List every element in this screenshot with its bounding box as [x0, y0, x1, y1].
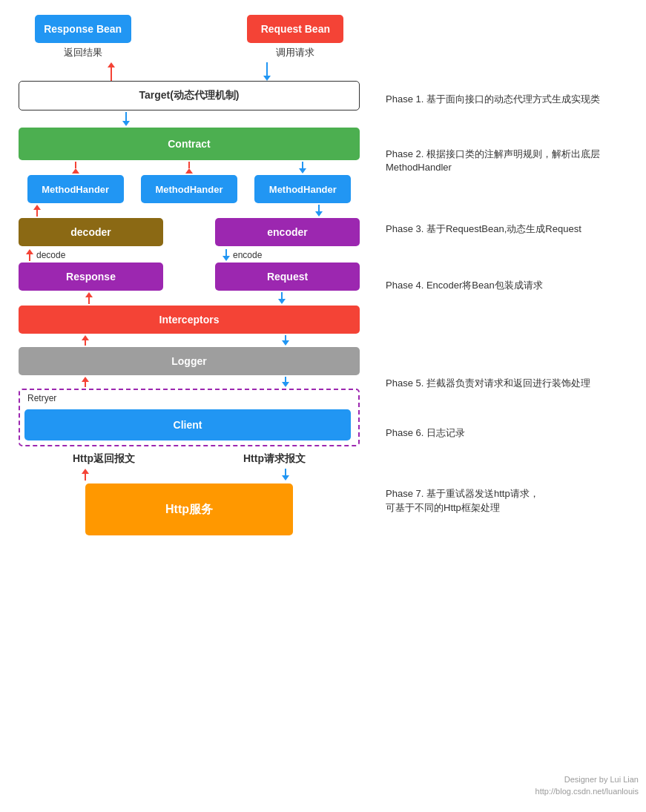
http-labels-row: Http返回报文 Http请求报文 [19, 452, 360, 466]
decoder-label: decoder [70, 226, 111, 238]
decode-area: decode [19, 249, 163, 261]
response-label: Response [66, 271, 116, 283]
http-request-text: Http请求报文 [243, 452, 306, 464]
diagram-area: Response Bean Request Bean 返回结果 调用请求 [7, 15, 371, 535]
left-arrow-up [108, 62, 115, 81]
arrows-to-logger [19, 335, 360, 346]
arrows-to-client [19, 377, 360, 387]
method-handler-1-label: MethodHander [42, 184, 109, 195]
phase-2-text: Phase 2. 根据接口类的注解声明规则，解析出底层 MethodHandle… [386, 148, 600, 173]
response-box: Response [19, 263, 163, 291]
http-return-text: Http返回报文 [73, 452, 135, 464]
encode-area: encode [215, 249, 360, 261]
right-arrow-down [263, 62, 271, 81]
contract-label: Contract [168, 138, 211, 150]
logger-box: Logger [19, 347, 360, 375]
arr3 [299, 162, 306, 174]
arrows-to-http [19, 469, 360, 481]
diagram-column: Response Bean Request Bean 返回结果 调用请求 [7, 15, 371, 535]
phase-6: Phase 6. 日志记录 [386, 426, 639, 440]
arr-logger-left [82, 335, 89, 346]
decode-encode-row: decode encode [19, 249, 360, 261]
arr-client-left [82, 377, 89, 387]
method-handlers-row: MethodHander MethodHander MethodHander [19, 175, 360, 203]
watermark-area: Designer by Lui Lian http://blog.csdn.ne… [535, 774, 639, 797]
method-handler-2: MethodHander [141, 175, 237, 203]
phase-4: Phase 4. Encoder将Bean包装成请求 [386, 279, 639, 292]
request-bean-box: Request Bean [247, 15, 343, 43]
phase-6-text: Phase 6. 日志记录 [386, 427, 465, 438]
arr1 [72, 162, 79, 174]
arr-logger-right [282, 335, 289, 346]
phase-1-text: Phase 1. 基于面向接口的动态代理方式生成实现类 [386, 93, 600, 105]
arr-interceptors-right [278, 292, 286, 304]
phase-3-text: Phase 3. 基于RequestBean,动态生成Request [386, 223, 581, 234]
phase-4-text: Phase 4. Encoder将Bean包装成请求 [386, 280, 543, 291]
arr-http-right [282, 469, 289, 481]
interceptors-box: Interceptors [19, 306, 360, 334]
encoder-label: encoder [267, 226, 307, 238]
phase-5-text: Phase 5. 拦截器负责对请求和返回进行装饰处理 [386, 377, 590, 389]
arr-interceptors-left [85, 292, 93, 304]
call-label: 调用请求 [247, 46, 343, 59]
decoder-box: decoder [19, 218, 163, 246]
decode-label: decode [36, 250, 65, 260]
beans-row: Response Bean Request Bean [11, 15, 367, 43]
http-service-label: Http服务 [165, 502, 213, 518]
arr-right-down [315, 205, 323, 217]
http-service-box: Http服务 [85, 483, 293, 535]
arrow-beans-target [11, 62, 367, 81]
arrows-to-interceptors [19, 292, 360, 304]
method-handler-2-label: MethodHander [155, 184, 223, 195]
arrow-down-blue [122, 112, 130, 126]
phase-1: Phase 1. 基于面向接口的动态代理方式生成实现类 [386, 93, 639, 106]
request-label: Request [267, 271, 308, 283]
target-label: Target(动态代理机制) [139, 89, 239, 102]
arr-left-up [33, 205, 41, 217]
response-bean-label: Response Bean [44, 23, 122, 35]
phase-3: Phase 3. 基于RequestBean,动态生成Request [386, 222, 639, 236]
watermark-line2: http://blog.csdn.net/luanlouis [535, 786, 639, 797]
logger-label: Logger [171, 355, 206, 367]
arrows-methods-coders [19, 205, 360, 217]
retryer-container: Retryer Client [19, 389, 360, 446]
bean-labels-row: 返回结果 调用请求 [11, 46, 367, 59]
interceptors-label: Interceptors [159, 314, 220, 326]
client-box: Client [24, 409, 351, 440]
request-box: Request [215, 263, 360, 291]
response-bean-box: Response Bean [35, 15, 131, 43]
request-bean-label: Request Bean [261, 23, 330, 35]
encode-arrow [223, 249, 230, 261]
phases-column: Phase 1. 基于面向接口的动态代理方式生成实现类 Phase 2. 根据接… [371, 15, 639, 535]
method-handler-3: MethodHander [254, 175, 351, 203]
retryer-label-text: Retryer [27, 393, 56, 403]
contract-box: Contract [19, 128, 360, 160]
phase-7: Phase 7. 基于重试器发送http请求， 可基于不同的Http框架处理 [386, 487, 639, 514]
response-request-row: Response Request [19, 263, 360, 291]
method-handler-1: MethodHander [27, 175, 124, 203]
method-handler-3-label: MethodHander [269, 184, 337, 195]
phase-2: Phase 2. 根据接口类的注解声明规则，解析出底层 MethodHandle… [386, 148, 639, 174]
arr-http-left [82, 469, 89, 481]
encode-label: encode [233, 250, 262, 260]
client-label: Client [174, 419, 202, 431]
http-request-label: Http请求报文 [243, 452, 306, 466]
arrows-contract-methods [19, 162, 360, 174]
target-box: Target(动态代理机制) [19, 81, 360, 110]
arrow-target-contract [19, 112, 360, 126]
phase-7-text: Phase 7. 基于重试器发送http请求， 可基于不同的Http框架处理 [386, 488, 539, 512]
arr-client-right [282, 377, 289, 387]
phase-5: Phase 5. 拦截器负责对请求和返回进行装饰处理 [386, 377, 639, 390]
encoder-box: encoder [215, 218, 360, 246]
decoder-encoder-row: decoder encoder [19, 218, 360, 246]
watermark-line1: Designer by Lui Lian [535, 774, 639, 785]
return-label: 返回结果 [35, 46, 131, 59]
http-return-label: Http返回报文 [73, 452, 135, 466]
arr2 [185, 162, 193, 174]
decode-arrow [26, 249, 33, 261]
